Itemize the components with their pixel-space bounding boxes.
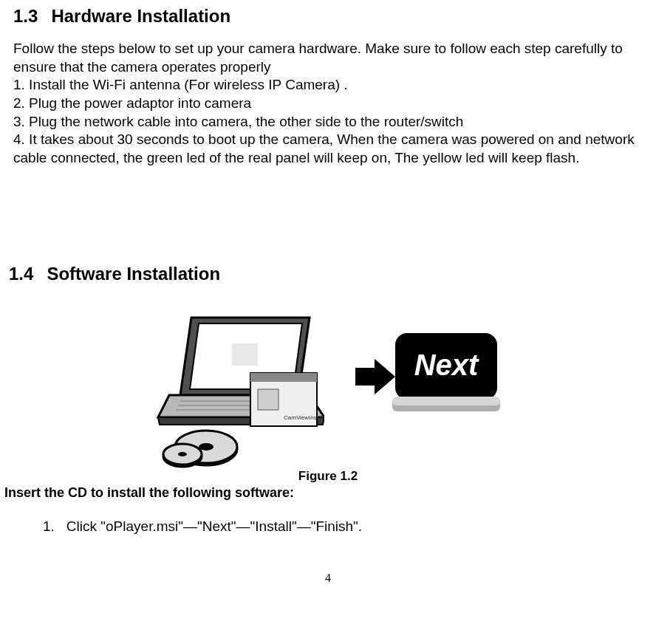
section-title-14: Software Installation: [47, 264, 220, 284]
svg-rect-16: [258, 389, 279, 410]
next-label: Next: [414, 349, 479, 381]
section-number-13: 1.3: [13, 6, 38, 27]
svg-rect-15: [250, 373, 317, 382]
svg-rect-20: [392, 397, 500, 405]
section13-step3: 3. Plug the network cable into camera, t…: [13, 113, 643, 131]
figure-1-2: CamViewInstaller.exe Next Figure 1.2: [4, 306, 652, 484]
page-number: 4: [4, 572, 652, 585]
software-step-1: 1.Click "oPlayer.msi"—"Next"—"Install"—"…: [43, 518, 652, 535]
heading-software-installation: 1.4Software Installation: [9, 264, 652, 284]
heading-hardware-installation: 1.3Hardware Installation: [13, 6, 652, 27]
section13-step4: 4. It takes about 30 seconds to boot up …: [13, 131, 643, 167]
figure-caption: Figure 1.2: [298, 469, 358, 483]
figure-illustration: CamViewInstaller.exe Next: [154, 306, 502, 469]
svg-marker-17: [355, 359, 395, 394]
section-title-13: Hardware Installation: [51, 6, 230, 26]
installer-label: CamViewInstaller.exe: [284, 414, 324, 421]
section13-step2: 2. Plug the power adaptor into camera: [13, 95, 643, 113]
insert-cd-text: Insert the CD to install the following s…: [4, 485, 652, 501]
section13-step1: 1. Install the Wi-Fi antenna (For wirele…: [13, 76, 643, 95]
svg-point-13: [178, 452, 187, 456]
svg-rect-2: [232, 343, 258, 366]
software-step-1-text: Click "oPlayer.msi"—"Next"—"Install"—"Fi…: [66, 518, 362, 534]
software-step-1-number: 1.: [43, 518, 55, 535]
laptop-cd-icon: CamViewInstaller.exe: [154, 314, 324, 469]
next-button-graphic: Next: [391, 329, 502, 417]
section13-intro: Follow the steps below to set up your ca…: [13, 40, 643, 76]
section13-body: Follow the steps below to set up your ca…: [13, 40, 643, 168]
section-number-14: 1.4: [9, 264, 33, 284]
